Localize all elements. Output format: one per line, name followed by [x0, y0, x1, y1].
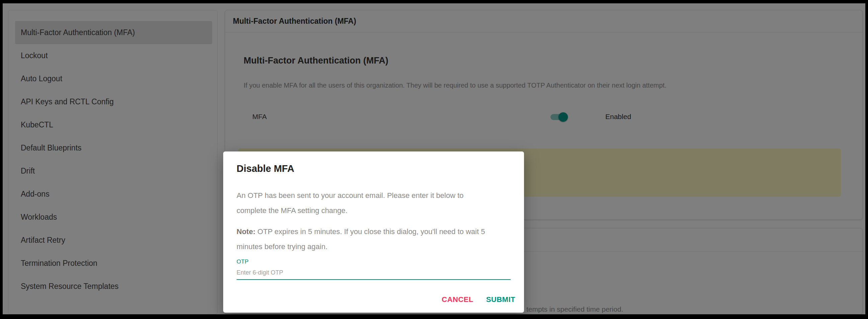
submit-button[interactable]: SUBMIT	[486, 295, 515, 304]
dialog-body-line-2: complete the MFA setting change.	[237, 203, 510, 218]
dialog-note-text: Note: OTP expires in 5 minutes. If you c…	[237, 224, 510, 254]
dialog-note-line-1: Note: OTP expires in 5 minutes. If you c…	[237, 224, 510, 239]
dialog-note-line-2: minutes before trying again.	[237, 239, 510, 254]
disable-mfa-dialog: Disable MFA An OTP has been sent to your…	[223, 152, 524, 313]
otp-field-label: OTP	[237, 258, 510, 265]
note-label: Note:	[237, 227, 255, 236]
dialog-actions: CANCEL SUBMIT	[442, 295, 515, 304]
dialog-body-text: An OTP has been sent to your account ema…	[237, 188, 510, 218]
cancel-button[interactable]: CANCEL	[442, 295, 473, 304]
dialog-title: Disable MFA	[237, 163, 510, 174]
dialog-body-line-1: An OTP has been sent to your account ema…	[237, 188, 510, 203]
otp-input[interactable]	[237, 269, 510, 280]
note-line-1-rest: OTP expires in 5 minutes. If you close t…	[255, 227, 485, 236]
